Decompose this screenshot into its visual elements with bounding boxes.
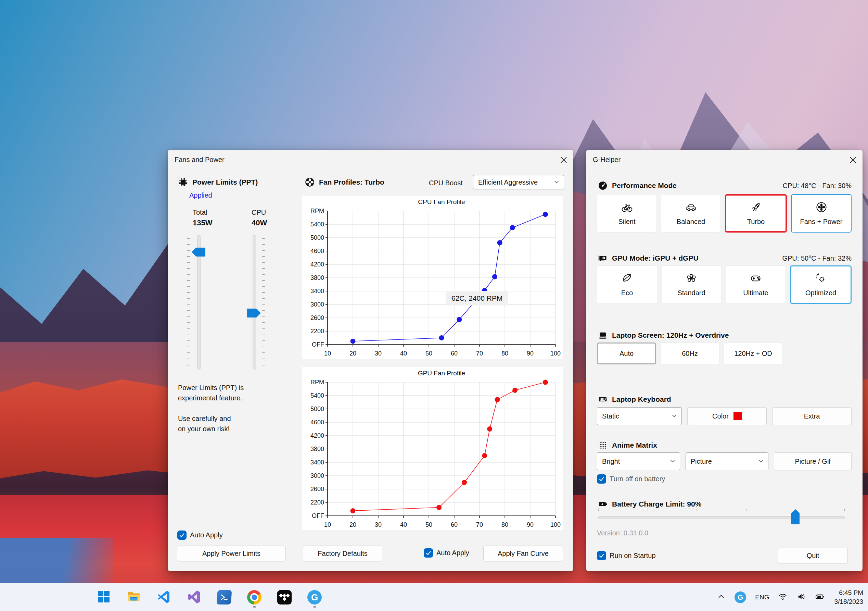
run-on-startup-checkbox[interactable] bbox=[597, 551, 606, 560]
total-label: Total bbox=[193, 208, 212, 216]
g-helper-tray-icon[interactable]: G bbox=[735, 591, 746, 603]
factory-defaults-button[interactable]: Factory Defaults bbox=[303, 546, 382, 561]
powershell-icon bbox=[217, 590, 231, 605]
svg-text:40: 40 bbox=[400, 521, 407, 528]
car-icon bbox=[685, 201, 697, 215]
wifi-icon[interactable] bbox=[778, 592, 787, 603]
auto-apply-fan-label: Auto Apply bbox=[436, 549, 469, 557]
screen-heading: Laptop Screen: 120Hz + Overdrive bbox=[612, 331, 729, 339]
keyboard-color-button[interactable]: Color bbox=[687, 407, 767, 425]
gpu-mode-standard[interactable]: Standard bbox=[661, 266, 722, 304]
close-icon[interactable] bbox=[847, 154, 858, 165]
svg-text:2200: 2200 bbox=[310, 499, 324, 506]
gpu-mode-cards: EcoStandardUltimateOptimized bbox=[597, 266, 852, 304]
apply-fan-curve-button[interactable]: Apply Fan Curve bbox=[483, 546, 563, 561]
performance-heading-row: Performance Mode CPU: 48°C - Fan: 30% bbox=[597, 180, 852, 191]
performance-heading: Performance Mode bbox=[612, 182, 677, 190]
mode-card-label: Balanced bbox=[677, 218, 705, 226]
svg-text:3400: 3400 bbox=[310, 288, 324, 295]
cpu-fan-profile-chart[interactable]: 102030405060708090100OFF2200260030003400… bbox=[302, 196, 563, 359]
gpu-mode-ultimate[interactable]: Ultimate bbox=[725, 266, 786, 304]
turn-off-on-battery-checkbox[interactable] bbox=[597, 474, 606, 484]
bicycle-icon bbox=[621, 201, 633, 215]
gpu-heading-row: GPU Mode: iGPU + dGPU GPU: 50°C - Fan: 3… bbox=[597, 252, 852, 264]
svg-text:4600: 4600 bbox=[310, 248, 324, 255]
taskbar-g-helper-button[interactable]: G bbox=[305, 587, 324, 608]
taskbar-tidal-button[interactable] bbox=[275, 587, 294, 608]
performance-mode-turbo[interactable]: Turbo bbox=[725, 194, 787, 233]
running-indicator bbox=[313, 606, 316, 608]
performance-mode-fans-power[interactable]: Fans + Power bbox=[791, 194, 852, 233]
svg-text:3000: 3000 bbox=[310, 301, 324, 308]
anime-brightness-select[interactable]: Bright bbox=[597, 452, 680, 470]
svg-text:70: 70 bbox=[476, 350, 483, 357]
picture-gif-button[interactable]: Picture / Gif bbox=[774, 452, 852, 470]
chevron-down-icon bbox=[670, 457, 676, 465]
performance-mode-silent[interactable]: Silent bbox=[597, 194, 657, 233]
screen-option-60hz[interactable]: 60Hz bbox=[660, 342, 719, 364]
svg-text:3400: 3400 bbox=[310, 459, 324, 466]
svg-text:5400: 5400 bbox=[310, 392, 324, 399]
screen-option-120hz-od[interactable]: 120Hz + OD bbox=[724, 342, 783, 364]
taskbar-clock[interactable]: 6:45 PM 3/18/2023 bbox=[834, 588, 863, 606]
taskbar-chrome-button[interactable] bbox=[245, 587, 264, 608]
battery-icon[interactable] bbox=[815, 591, 825, 603]
screen-option-buttons: Auto60Hz120Hz + OD bbox=[597, 342, 852, 364]
volume-icon[interactable] bbox=[797, 592, 806, 603]
power-limits-status[interactable]: Applied bbox=[189, 191, 212, 199]
mode-card-label: Fans + Power bbox=[800, 218, 843, 226]
cpu-boost-select[interactable]: Efficient Aggressive bbox=[473, 175, 564, 190]
mode-card-label: Ultimate bbox=[743, 289, 768, 297]
battery-slider-track[interactable] bbox=[598, 516, 845, 519]
gpu-mode-optimized[interactable]: Optimized bbox=[790, 266, 852, 304]
power-limits-heading-row: Power Limits (PPT) bbox=[177, 176, 258, 188]
svg-text:80: 80 bbox=[501, 521, 508, 528]
cpu-temp-status: CPU: 48°C - Fan: 30% bbox=[783, 182, 852, 190]
cpu-slider-thumb[interactable] bbox=[247, 309, 261, 317]
chevron-down-icon bbox=[671, 412, 677, 420]
close-icon[interactable] bbox=[558, 154, 569, 165]
apply-power-limits-button[interactable]: Apply Power Limits bbox=[177, 546, 286, 561]
total-slider-thumb[interactable] bbox=[192, 248, 205, 257]
cpu-fan-profile-svg: 102030405060708090100OFF2200260030003400… bbox=[302, 196, 563, 359]
taskbar-start-button[interactable] bbox=[95, 587, 113, 608]
performance-mode-balanced[interactable]: Balanced bbox=[661, 194, 721, 233]
version-link[interactable]: Version: 0.31.0.0 bbox=[597, 529, 648, 537]
quit-button[interactable]: Quit bbox=[778, 548, 848, 563]
anime-mode-select[interactable]: Picture bbox=[685, 452, 769, 470]
fan-profiles-heading-row: Fan Profiles: Turbo bbox=[304, 176, 384, 188]
anime-controls-row: Bright Picture Picture / Gif bbox=[597, 452, 852, 470]
taskbar-powershell-button[interactable] bbox=[215, 587, 233, 608]
cpu-slider-track[interactable] bbox=[253, 235, 256, 370]
battery-slider[interactable] bbox=[598, 508, 845, 519]
auto-apply-fan-checkbox[interactable] bbox=[424, 548, 433, 558]
fan-icon bbox=[304, 176, 316, 188]
rocket-icon bbox=[750, 201, 762, 215]
clock-date: 3/18/2023 bbox=[834, 597, 863, 606]
svg-text:OFF: OFF bbox=[312, 512, 324, 519]
chart-tooltip: 62C, 2400 RPM bbox=[446, 291, 508, 306]
svg-text:50: 50 bbox=[425, 521, 432, 528]
taskbar-file-explorer-button[interactable] bbox=[125, 587, 143, 608]
gpu-temp-status: GPU: 50°C - Fan: 32% bbox=[782, 255, 852, 262]
screen-option-auto[interactable]: Auto bbox=[597, 342, 656, 364]
bulb-gear-icon bbox=[815, 272, 827, 286]
battery-slider-thumb[interactable] bbox=[791, 509, 800, 524]
taskbar-vscode-button[interactable] bbox=[155, 587, 173, 608]
svg-text:2600: 2600 bbox=[310, 314, 324, 321]
fans-window-titlebar[interactable]: Fans and Power bbox=[168, 150, 573, 170]
g-helper-icon: G bbox=[307, 590, 322, 605]
run-on-startup-row: Run on Startup bbox=[597, 551, 656, 560]
ghelper-titlebar[interactable]: G-Helper bbox=[586, 150, 863, 170]
keyboard-extra-button[interactable]: Extra bbox=[772, 407, 852, 425]
taskbar-visual-studio-button[interactable] bbox=[185, 587, 203, 608]
keyboard-mode-select[interactable]: Static bbox=[597, 407, 682, 425]
chevron-up-icon[interactable] bbox=[717, 592, 725, 602]
chevron-down-icon bbox=[553, 179, 560, 186]
svg-text:70: 70 bbox=[476, 521, 483, 528]
gpu-mode-eco[interactable]: Eco bbox=[597, 266, 657, 304]
auto-apply-power-checkbox[interactable] bbox=[177, 530, 186, 540]
language-indicator[interactable]: ENG bbox=[755, 594, 769, 601]
gpu-fan-profile-chart[interactable]: 102030405060708090100OFF2200260030003400… bbox=[302, 367, 563, 530]
gpu-fan-profile-svg: 102030405060708090100OFF2200260030003400… bbox=[302, 367, 563, 530]
